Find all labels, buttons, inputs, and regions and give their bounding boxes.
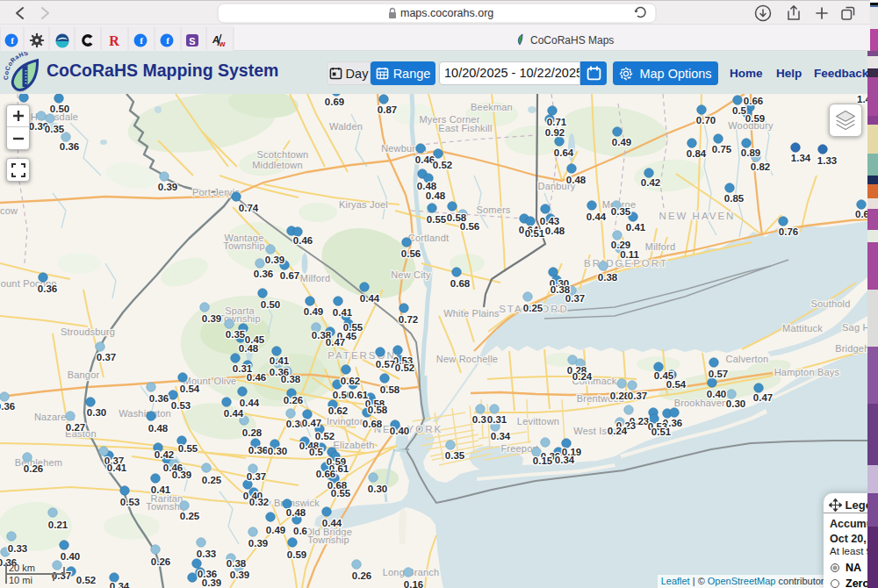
svg-text:0.26: 0.26 [352, 570, 371, 581]
svg-text:0.40: 0.40 [390, 426, 409, 436]
svg-text:0.5: 0.5 [309, 447, 324, 457]
svg-text:0.11: 0.11 [620, 249, 639, 260]
svg-text:0.46: 0.46 [247, 372, 266, 383]
svg-text:0.44: 0.44 [224, 408, 244, 419]
svg-text:0.48: 0.48 [426, 190, 446, 201]
svg-text:0.39: 0.39 [265, 255, 284, 265]
svg-text:Sag Ha: Sag Ha [842, 322, 867, 333]
svg-text:0.47: 0.47 [302, 418, 321, 428]
svg-text:0.25: 0.25 [180, 511, 200, 521]
svg-text:0.48: 0.48 [286, 507, 306, 518]
svg-text:Bridgeha: Bridgeha [835, 343, 867, 354]
svg-text:0.33: 0.33 [8, 543, 27, 554]
svg-text:0.68: 0.68 [450, 278, 471, 289]
svg-text:0.35: 0.35 [445, 450, 465, 461]
svg-text:0.34: 0.34 [491, 431, 511, 441]
svg-text:0.33: 0.33 [197, 549, 216, 559]
svg-text:0.30: 0.30 [368, 484, 387, 494]
svg-text:Cortlandt: Cortlandt [408, 233, 449, 243]
svg-text:0.87: 0.87 [378, 104, 397, 115]
svg-text:0.55: 0.55 [427, 214, 447, 225]
svg-text:0.39: 0.39 [202, 577, 221, 588]
svg-text:0.48: 0.48 [148, 423, 169, 434]
svg-text:f: f [166, 35, 169, 46]
svg-text:Somers: Somers [476, 204, 510, 215]
svg-text:0.30: 0.30 [87, 407, 106, 418]
svg-text:0.58: 0.58 [380, 384, 400, 395]
svg-text:0.76: 0.76 [779, 226, 798, 237]
svg-text:0.46: 0.46 [293, 235, 313, 246]
svg-text:0.53: 0.53 [120, 497, 140, 507]
svg-text:1.33: 1.33 [817, 155, 837, 166]
svg-text:Hampton Bays: Hampton Bays [774, 367, 840, 377]
svg-text:0.24: 0.24 [572, 371, 593, 382]
svg-text:0.82: 0.82 [751, 161, 770, 172]
svg-text:0.44: 0.44 [240, 398, 260, 408]
svg-text:0.48: 0.48 [545, 226, 565, 236]
svg-text:0.16: 0.16 [404, 579, 423, 588]
svg-text:White Plains: White Plains [443, 308, 500, 319]
svg-text:0.36: 0.36 [248, 445, 268, 455]
svg-text:0.35: 0.35 [611, 206, 631, 217]
svg-text:Calverton: Calverton [726, 354, 769, 364]
svg-text:0.70: 0.70 [696, 115, 716, 125]
svg-text:0.49: 0.49 [304, 306, 323, 317]
svg-text:0.52: 0.52 [433, 160, 452, 170]
svg-text:0.41: 0.41 [270, 355, 290, 366]
svg-text:0.42: 0.42 [641, 177, 660, 188]
svg-text:Walden: Walden [329, 121, 363, 132]
svg-text:Beekman: Beekman [471, 102, 513, 112]
svg-text:Elizabeth: Elizabeth [333, 440, 374, 450]
svg-text:Milford: Milford [645, 241, 675, 252]
svg-text:0.37: 0.37 [565, 293, 585, 304]
svg-text:0.42: 0.42 [155, 449, 174, 460]
svg-text:0.51: 0.51 [525, 228, 545, 239]
svg-text:0.51: 0.51 [651, 427, 672, 437]
svg-text:0.54: 0.54 [180, 384, 200, 394]
svg-text:S: S [189, 36, 195, 47]
svg-text:0.37: 0.37 [97, 352, 116, 362]
svg-text:0.55: 0.55 [178, 443, 198, 454]
svg-text:0.69: 0.69 [325, 97, 344, 107]
svg-text:0.39: 0.39 [202, 313, 221, 324]
svg-text:Stroudsburg: Stroudsburg [61, 326, 115, 337]
svg-text:0.68: 0.68 [363, 419, 383, 429]
svg-text:0.48: 0.48 [566, 175, 587, 185]
svg-text:0.36: 0.36 [38, 283, 57, 294]
svg-text:0.49: 0.49 [266, 525, 285, 535]
svg-text:0.92: 0.92 [545, 127, 565, 138]
svg-text:0.37: 0.37 [628, 391, 647, 401]
svg-text:Kiryas Joel: Kiryas Joel [339, 199, 388, 210]
svg-text:Mattituck: Mattituck [782, 323, 823, 333]
svg-text:Washington: Washington [119, 408, 171, 419]
svg-text:Township: Township [223, 240, 264, 251]
svg-text:0.26: 0.26 [284, 395, 303, 405]
svg-text:0.41: 0.41 [107, 463, 127, 473]
svg-text:0.28: 0.28 [242, 427, 263, 438]
svg-text:0.48: 0.48 [239, 343, 259, 354]
svg-text:0.44: 0.44 [322, 518, 342, 528]
svg-text:0.36: 0.36 [0, 401, 15, 412]
svg-text:f: f [11, 35, 14, 46]
svg-text:0.31: 0.31 [487, 414, 507, 425]
svg-text:0.25: 0.25 [202, 475, 222, 485]
svg-text:0.38: 0.38 [227, 558, 247, 569]
svg-text:0.36: 0.36 [149, 393, 169, 404]
svg-text:0.66: 0.66 [744, 96, 763, 106]
svg-text:0.26: 0.26 [24, 463, 43, 474]
svg-text:0.25: 0.25 [523, 303, 543, 313]
svg-text:0.24: 0.24 [608, 426, 628, 436]
svg-text:0.38: 0.38 [598, 272, 618, 283]
svg-text:0.32: 0.32 [249, 497, 269, 507]
svg-text:0.50: 0.50 [261, 299, 280, 310]
svg-text:0.57: 0.57 [709, 369, 728, 379]
svg-text:0.56: 0.56 [460, 221, 479, 232]
svg-text:0.15: 0.15 [533, 455, 553, 466]
svg-text:maps.cocorahs.org: maps.cocorahs.org [400, 7, 493, 19]
svg-text:0.72: 0.72 [399, 314, 418, 325]
svg-text:0.41: 0.41 [151, 484, 171, 495]
svg-text:0.59: 0.59 [287, 549, 306, 560]
svg-text:0.34: 0.34 [110, 581, 130, 588]
svg-text:0.36: 0.36 [60, 141, 79, 152]
svg-text:w: w [218, 39, 226, 48]
